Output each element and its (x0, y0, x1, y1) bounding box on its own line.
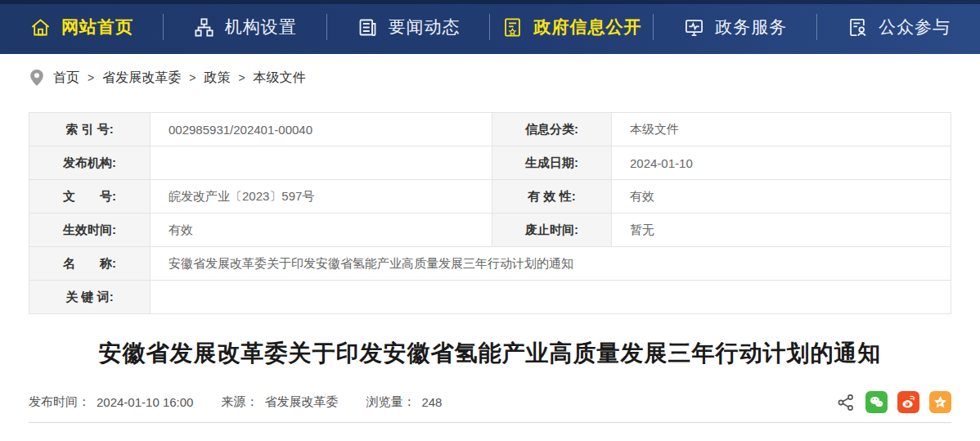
info-value-issuer (151, 146, 492, 180)
info-disclosure-icon (501, 16, 524, 38)
table-row: 文 号: 皖发改产业〔2023〕597号 有 效 性: 有效 (29, 180, 951, 214)
info-label-name: 名 称: (29, 247, 151, 281)
favorite-star-icon[interactable] (929, 391, 951, 413)
page-title: 安徽省发展改革委关于印发安徽省氢能产业高质量发展三年行动计划的通知 (0, 337, 980, 370)
nav-item-label: 政府信息公开 (533, 16, 641, 38)
nav-item-label: 公众参与 (879, 16, 951, 38)
breadcrumb-separator: > (188, 71, 196, 84)
publish-time-value: 2024-01-10 16:00 (97, 395, 193, 409)
info-value-category: 本级文件 (612, 113, 951, 146)
nav-divider (163, 14, 164, 40)
share-nodes-icon[interactable] (836, 393, 856, 412)
info-value-repeal-time: 暂无 (612, 214, 951, 247)
info-label-created-date: 生成日期: (492, 146, 612, 180)
nav-item-label: 机构设置 (225, 16, 297, 38)
nav-item-participation[interactable]: 公众参与 (817, 0, 980, 54)
nav-item-label: 要闻动态 (389, 16, 461, 38)
article-meta-bar: 发布时间：2024-01-10 16:00 来源：省发展改革委 浏览量：248 (29, 391, 951, 413)
info-label-keywords: 关 键 词: (29, 281, 151, 314)
breadcrumb-item-current[interactable]: 本级文件 (254, 70, 306, 87)
info-label-validity: 有 效 性: (492, 180, 612, 214)
breadcrumb-bar: 首页 > 省发展改革委 > 政策 > 本级文件 (0, 54, 980, 112)
views-value: 248 (421, 395, 442, 409)
info-value-index-no: 002985931/202401-00040 (151, 113, 492, 146)
top-navigation: 网站首页 机构设置 要闻动态 政府信息公开 政务服务 (0, 0, 980, 54)
table-row: 关 键 词: (29, 281, 951, 314)
nav-item-info-disclosure[interactable]: 政府信息公开 (490, 0, 653, 54)
nav-divider (816, 14, 817, 40)
news-icon (357, 16, 379, 38)
nav-item-services[interactable]: 政务服务 (654, 0, 816, 54)
table-row: 发布机构: 生成日期: 2024-01-10 (29, 146, 951, 180)
info-label-effective-time: 生效时间: (29, 214, 151, 247)
nav-divider (326, 14, 327, 40)
nav-divider (653, 14, 654, 40)
info-label-category: 信息分类: (492, 113, 612, 146)
org-chart-icon (193, 16, 215, 38)
location-pin-icon (29, 69, 44, 87)
nav-item-label: 政务服务 (715, 16, 787, 38)
bottom-divider (29, 422, 951, 423)
article-meta: 发布时间：2024-01-10 16:00 来源：省发展改革委 浏览量：248 (29, 394, 442, 410)
breadcrumb-item-home[interactable]: 首页 (53, 70, 79, 87)
nav-item-home[interactable]: 网站首页 (0, 0, 163, 54)
info-label-repeal-time: 废止时间: (492, 214, 612, 247)
table-row: 名 称: 安徽省发展改革委关于印发安徽省氢能产业高质量发展三年行动计划的通知 (29, 247, 951, 281)
info-value-name: 安徽省发展改革委关于印发安徽省氢能产业高质量发展三年行动计划的通知 (151, 247, 951, 281)
info-value-created-date: 2024-01-10 (612, 146, 951, 180)
breadcrumb-item-policy[interactable]: 政策 (204, 70, 230, 87)
public-participation-icon (847, 16, 869, 38)
info-value-validity: 有效 (612, 180, 951, 214)
info-value-keywords (151, 281, 951, 314)
info-value-doc-number: 皖发改产业〔2023〕597号 (151, 180, 492, 214)
table-row: 索 引 号: 002985931/202401-00040 信息分类: 本级文件 (29, 113, 951, 146)
service-monitor-icon (683, 16, 705, 38)
info-label-doc-number: 文 号: (29, 180, 151, 214)
source-label: 来源： (221, 394, 258, 410)
wechat-share-icon[interactable] (865, 391, 888, 413)
info-label-issuer: 发布机构: (29, 146, 151, 180)
publish-time-label: 发布时间： (29, 394, 90, 410)
share-toolbar (836, 391, 951, 413)
nav-item-label: 网站首页 (61, 16, 133, 38)
info-value-effective-time: 有效 (151, 214, 492, 247)
breadcrumb: 首页 > 省发展改革委 > 政策 > 本级文件 (29, 69, 306, 87)
breadcrumb-separator: > (87, 71, 95, 84)
nav-item-news[interactable]: 要闻动态 (327, 0, 490, 54)
weibo-share-icon[interactable] (897, 391, 919, 413)
nav-item-org[interactable]: 机构设置 (164, 0, 326, 54)
nav-divider (489, 14, 490, 40)
info-label-index-no: 索 引 号: (29, 113, 151, 146)
table-row: 生效时间: 有效 废止时间: 暂无 (29, 214, 951, 247)
source-value: 省发展改革委 (264, 394, 338, 410)
breadcrumb-separator: > (237, 71, 245, 84)
document-info-table: 索 引 号: 002985931/202401-00040 信息分类: 本级文件… (29, 112, 951, 314)
home-icon (29, 16, 52, 38)
views-label: 浏览量： (366, 394, 415, 410)
breadcrumb-item-commission[interactable]: 省发展改革委 (102, 70, 181, 87)
